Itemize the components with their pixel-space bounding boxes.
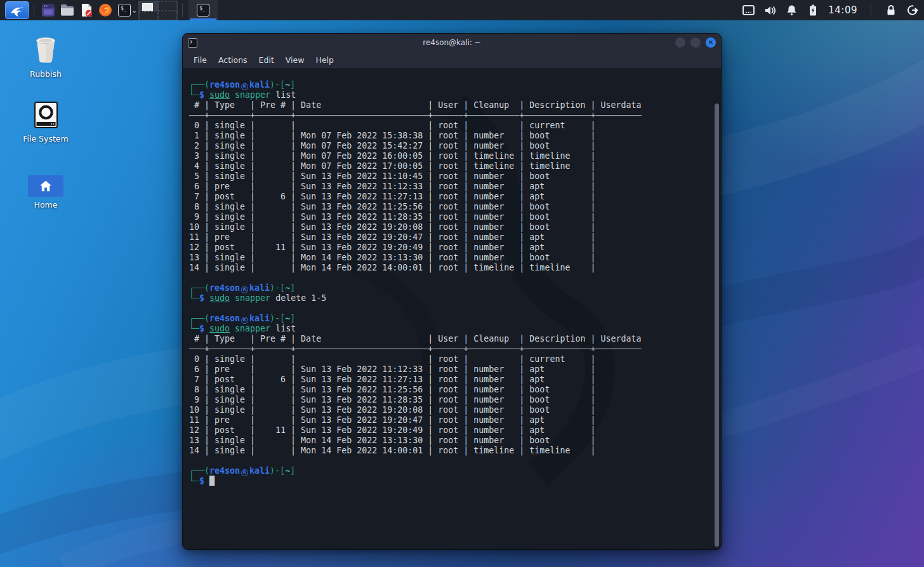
- menu-item-actions[interactable]: Actions: [213, 53, 253, 67]
- snapshot-table-row: 0 | single | | | root | | current |: [189, 354, 712, 364]
- menu-item-view[interactable]: View: [280, 53, 310, 67]
- volume-icon[interactable]: [763, 4, 776, 17]
- desktop-icon-label: Home: [34, 200, 58, 210]
- desktop-icon-label: File System: [23, 134, 69, 143]
- terminal-dropdown-chevron-icon[interactable]: ⌄: [131, 6, 137, 15]
- snapshot-table-separator: ───+────────+───────+───────────────────…: [189, 110, 712, 121]
- snapshot-table-row: 8 | single | | Sun 13 Feb 2022 11:25:56 …: [189, 385, 712, 395]
- snapshot-table-row: 2 | single | | Mon 07 Feb 2022 15:42:27 …: [189, 141, 712, 151]
- snapshot-table-row: 4 | single | | Mon 07 Feb 2022 17:00:05 …: [189, 161, 712, 171]
- snapshot-table-row: 5 | single | | Sun 13 Feb 2022 11:10:45 …: [189, 171, 712, 182]
- menu-item-edit[interactable]: Edit: [253, 53, 280, 67]
- app-window-icon: [41, 3, 56, 18]
- menu-item-file[interactable]: File: [188, 53, 213, 67]
- window-title: re4son@kali: ~: [183, 38, 721, 47]
- minimize-button[interactable]: [675, 37, 685, 48]
- snapshot-table-row: 11 | pre | | Sun 13 Feb 2022 19:20:47 | …: [189, 415, 712, 425]
- panel-right-group: 14:09: [742, 0, 919, 20]
- kali-at-symbol-icon: K: [241, 317, 248, 324]
- close-button[interactable]: ✕: [706, 37, 716, 48]
- terminal-blank-line: [189, 456, 712, 466]
- snapshot-table-row: 14 | single | | Mon 14 Feb 2022 14:00:01…: [189, 446, 712, 456]
- launcher-text-editor[interactable]: [77, 1, 96, 19]
- workspace-2[interactable]: [158, 1, 177, 11]
- workspace-3[interactable]: [139, 11, 158, 20]
- snapshot-table-row: 6 | pre | | Sun 13 Feb 2022 11:12:33 | r…: [189, 364, 712, 375]
- kali-at-symbol-icon: K: [241, 469, 248, 476]
- menu-item-help[interactable]: Help: [310, 53, 340, 67]
- snapshot-table-row: 1 | single | | Mon 07 Feb 2022 15:38:38 …: [189, 131, 712, 141]
- desktop-icon-file-system[interactable]: File System: [13, 99, 79, 143]
- scrollbar-thumb[interactable]: [715, 103, 719, 547]
- snapshot-table-row: 7 | post | 6 | Sun 13 Feb 2022 11:27:13 …: [189, 192, 712, 202]
- window-menubar: FileActionsEditViewHelp: [183, 51, 721, 69]
- terminal-blank-line: [189, 273, 712, 283]
- snapshot-table-row: 13 | single | | Mon 14 Feb 2022 13:13:30…: [189, 253, 712, 263]
- prompt-header-line: ┌──(re4sonKkali)-[~]: [189, 80, 712, 90]
- snapshot-table-row: 13 | single | | Mon 14 Feb 2022 13:13:30…: [189, 436, 712, 446]
- prompt-command-line: └─$ █: [189, 476, 712, 486]
- snapshot-table-header: # | Type | Pre # | Date | User | Cleanup…: [189, 100, 712, 110]
- lock-screen-icon[interactable]: [885, 4, 897, 17]
- terminal-output: ┌──(re4sonKkali)-[~]└─$ sudo snapper lis…: [183, 68, 721, 491]
- taskbar-button-terminal[interactable]: $_: [188, 0, 218, 20]
- workspace-pager: [138, 1, 178, 20]
- terminal-task-icon: $_: [197, 4, 209, 17]
- workspace-1[interactable]: [139, 1, 158, 11]
- home-icon: [28, 175, 63, 197]
- window-buttons: ✕: [675, 37, 716, 48]
- text-editor-icon: [79, 3, 94, 18]
- launcher-firefox[interactable]: [96, 1, 115, 19]
- prompt-command-line: └─$ sudo snapper list: [189, 90, 712, 100]
- top-panel: $_ ⌄ $_: [0, 0, 924, 20]
- terminal-window: ❯ re4son@kali: ~ ✕ FileActionsEditViewHe…: [182, 33, 722, 550]
- notifications-bell-icon[interactable]: [785, 4, 798, 17]
- launcher-file-manager[interactable]: [58, 1, 77, 19]
- prompt-command-line: └─$ sudo snapper delete 1-5: [189, 293, 712, 304]
- snapshot-table-row: 11 | pre | | Sun 13 Feb 2022 19:20:47 | …: [189, 232, 712, 243]
- window-titlebar[interactable]: ❯ re4son@kali: ~ ✕: [183, 34, 721, 51]
- display-icon[interactable]: [742, 4, 755, 17]
- panel-separator: [34, 3, 34, 17]
- logout-icon[interactable]: [906, 4, 919, 17]
- kali-menu-icon: [10, 3, 25, 17]
- panel-clock[interactable]: 14:09: [828, 4, 857, 16]
- snapshot-table-row: 12 | post | 11 | Sun 13 Feb 2022 19:20:4…: [189, 425, 712, 436]
- launcher-app-window[interactable]: [39, 1, 58, 19]
- snapshot-table-row: 8 | single | | Sun 13 Feb 2022 11:25:56 …: [189, 202, 712, 212]
- prompt-header-line: ┌──(re4sonKkali)-[~]: [189, 466, 712, 476]
- desktop: $_ ⌄ $_: [0, 0, 924, 567]
- terminal-icon: $_: [118, 4, 131, 17]
- maximize-button[interactable]: [690, 37, 701, 48]
- prompt-header-line: ┌──(re4sonKkali)-[~]: [189, 314, 712, 324]
- snapshot-table-row: 7 | post | 6 | Sun 13 Feb 2022 11:27:13 …: [189, 375, 712, 385]
- snapshot-table-row: 9 | single | | Sun 13 Feb 2022 11:28:35 …: [189, 212, 712, 222]
- panel-separator: [182, 3, 183, 17]
- prompt-command-line: └─$ sudo snapper list: [189, 324, 712, 334]
- window-terminal-icon: ❯: [188, 38, 197, 48]
- snapshot-table-row: 0 | single | | | root | | current |: [189, 121, 712, 131]
- terminal-scrollbar: [715, 103, 720, 547]
- desktop-icon-rubbish[interactable]: Rubbish: [13, 34, 79, 79]
- desktop-icon-home[interactable]: Home: [13, 175, 79, 210]
- active-task-indicator: [190, 18, 216, 20]
- snapshot-table-row: 14 | single | | Mon 14 Feb 2022 14:00:01…: [189, 263, 712, 273]
- drive-icon: [30, 99, 62, 131]
- snapshot-table-row: 3 | single | | Mon 07 Feb 2022 16:00:05 …: [189, 151, 712, 161]
- terminal-blank-line: [189, 304, 712, 314]
- snapshot-table-header: # | Type | Pre # | Date | User | Cleanup…: [189, 334, 712, 344]
- workspace-4[interactable]: [158, 11, 177, 20]
- snapshot-table-row: 12 | post | 11 | Sun 13 Feb 2022 19:20:4…: [189, 243, 712, 253]
- battery-charging-icon[interactable]: [807, 4, 819, 17]
- snapshot-table-row: 10 | single | | Sun 13 Feb 2022 19:20:08…: [189, 405, 712, 415]
- kali-menu-button[interactable]: [5, 1, 29, 19]
- prompt-header-line: ┌──(re4sonKkali)-[~]: [189, 283, 712, 293]
- snapshot-table-row: 9 | single | | Sun 13 Feb 2022 11:28:35 …: [189, 395, 712, 405]
- kali-at-symbol-icon: K: [241, 286, 248, 293]
- firefox-icon: [98, 3, 113, 18]
- desktop-icon-label: Rubbish: [30, 69, 62, 79]
- trash-icon: [30, 34, 61, 66]
- snapshot-table-row: 10 | single | | Sun 13 Feb 2022 19:20:08…: [189, 222, 712, 232]
- terminal-viewport[interactable]: ┌──(re4sonKkali)-[~]└─$ sudo snapper lis…: [183, 68, 721, 549]
- kali-at-symbol-icon: K: [241, 83, 248, 90]
